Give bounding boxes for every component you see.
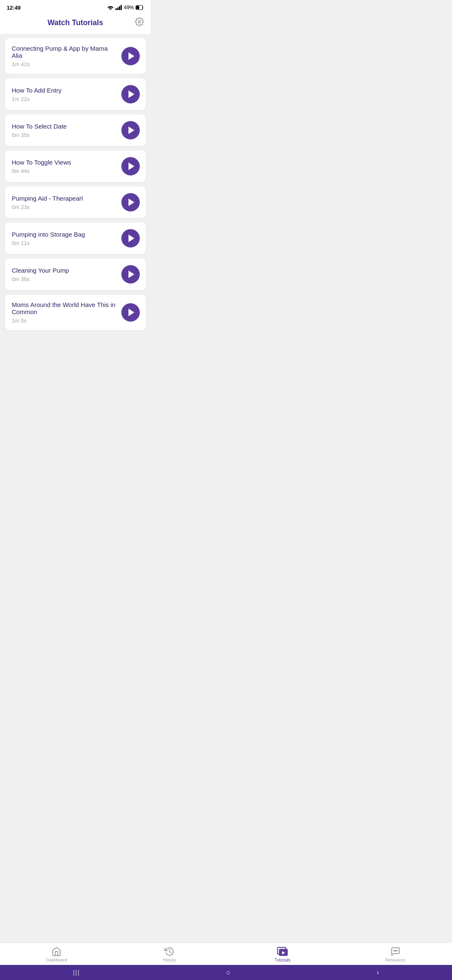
- svg-point-6: [138, 21, 141, 23]
- tutorial-info: How To Toggle Views 0m 44s: [12, 159, 121, 174]
- wifi-icon: [107, 5, 114, 10]
- tutorial-duration: 0m 44s: [12, 168, 116, 174]
- signal-icon: [116, 5, 122, 10]
- tutorial-title: How To Toggle Views: [12, 159, 116, 166]
- tutorial-duration: 0m 36s: [12, 276, 116, 282]
- tutorial-card: How To Add Entry 1m 22s: [5, 78, 146, 110]
- play-icon: [128, 199, 134, 206]
- battery-icon: [136, 5, 144, 10]
- tutorial-title: Moms Around the World Have This in Commo…: [12, 301, 116, 315]
- tutorial-info: Cleaning Your Pump 0m 36s: [12, 267, 121, 282]
- tutorial-card: Pumping Aid - Therapearl 0m 23s: [5, 186, 146, 218]
- play-button[interactable]: [121, 121, 140, 139]
- play-icon: [128, 235, 134, 242]
- tutorial-title: Cleaning Your Pump: [12, 267, 116, 274]
- status-time: 12:49: [7, 5, 21, 11]
- page-title: Watch Tutorials: [47, 18, 103, 27]
- page-header: Watch Tutorials: [0, 13, 151, 34]
- tutorial-card: Moms Around the World Have This in Commo…: [5, 294, 146, 330]
- play-icon: [128, 126, 134, 134]
- play-icon: [128, 90, 134, 98]
- svg-rect-0: [116, 8, 117, 10]
- tutorial-info: How To Add Entry 1m 22s: [12, 87, 121, 102]
- play-icon: [128, 271, 134, 278]
- tutorial-duration: 1m 22s: [12, 96, 116, 102]
- play-button[interactable]: [121, 193, 140, 211]
- tutorial-info: Connecting Pump & App by Mama Alia 1m 42…: [12, 45, 121, 67]
- tutorial-card: Pumping into Storage Bag 0m 11s: [5, 222, 146, 254]
- tutorial-info: How To Select Date 0m 35s: [12, 123, 121, 138]
- play-button[interactable]: [121, 47, 140, 65]
- tutorial-card: Cleaning Your Pump 0m 36s: [5, 258, 146, 290]
- tutorial-title: Pumping into Storage Bag: [12, 231, 116, 238]
- tutorial-list: Connecting Pump & App by Mama Alia 1m 42…: [0, 34, 151, 335]
- svg-rect-5: [136, 6, 139, 9]
- status-bar: 12:49 49%: [0, 0, 151, 13]
- play-button[interactable]: [121, 85, 140, 103]
- play-icon: [128, 162, 134, 170]
- tutorial-title: How To Select Date: [12, 123, 116, 130]
- tutorial-info: Pumping Aid - Therapearl 0m 23s: [12, 195, 121, 210]
- battery-text: 49%: [124, 5, 134, 10]
- play-button[interactable]: [121, 303, 140, 322]
- tutorial-title: Pumping Aid - Therapearl: [12, 195, 116, 202]
- play-icon: [128, 309, 134, 316]
- svg-rect-3: [121, 5, 122, 10]
- tutorial-duration: 0m 23s: [12, 204, 116, 210]
- svg-rect-2: [119, 6, 120, 10]
- play-button[interactable]: [121, 157, 140, 175]
- tutorial-card: How To Select Date 0m 35s: [5, 114, 146, 146]
- play-button[interactable]: [121, 265, 140, 284]
- play-icon: [128, 52, 134, 60]
- tutorial-duration: 1m 42s: [12, 61, 116, 67]
- tutorial-card: How To Toggle Views 0m 44s: [5, 150, 146, 182]
- status-icons: 49%: [107, 5, 144, 10]
- tutorial-title: Connecting Pump & App by Mama Alia: [12, 45, 116, 59]
- play-button[interactable]: [121, 229, 140, 248]
- tutorial-card: Connecting Pump & App by Mama Alia 1m 42…: [5, 38, 146, 74]
- tutorial-duration: 1m 0s: [12, 317, 116, 324]
- tutorial-duration: 0m 11s: [12, 240, 116, 246]
- tutorial-title: How To Add Entry: [12, 87, 116, 94]
- tutorial-info: Pumping into Storage Bag 0m 11s: [12, 231, 121, 246]
- tutorial-info: Moms Around the World Have This in Commo…: [12, 301, 121, 324]
- settings-button[interactable]: [135, 17, 144, 28]
- svg-rect-1: [117, 8, 118, 10]
- tutorial-duration: 0m 35s: [12, 132, 116, 138]
